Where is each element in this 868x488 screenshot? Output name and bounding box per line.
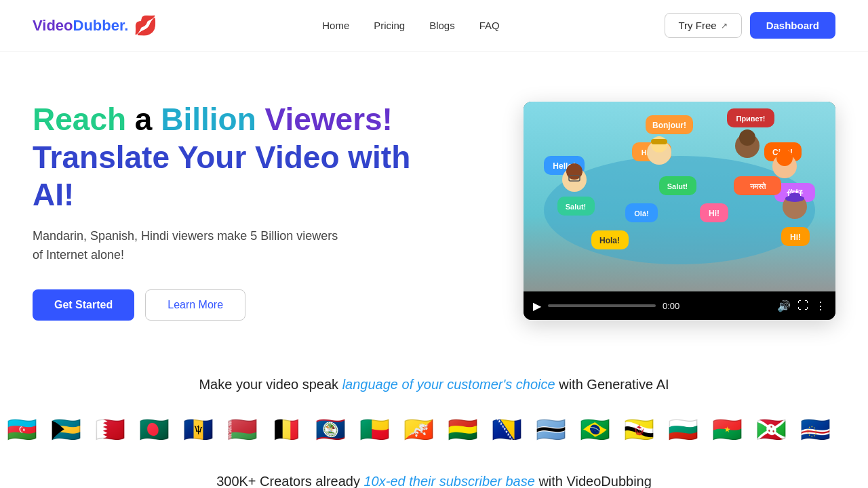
learn-more-button[interactable]: Learn More [145,289,245,321]
hero-title-line2: Translate Your Video with AI! [33,139,439,214]
svg-text:Salut!: Salut! [667,182,688,190]
svg-text:Olá!: Olá! [634,209,648,218]
flag-bd: 🇧🇩 [139,415,170,444]
flag-be: 🇧🇪 [271,415,302,444]
play-button[interactable]: ▶ [533,300,541,312]
hero-title: Reach a Billion Viewers! Translate Your … [33,101,439,214]
flag-br: 🇧🇷 [580,415,610,444]
creators-pre: 300K+ Creators already [216,474,363,488]
get-started-button[interactable]: Get Started [33,289,134,321]
flag-bj: 🇧🇯 [359,415,390,444]
nav-links: Home Pricing Blogs FAQ [322,20,499,31]
hero-billion: Billion [161,102,256,137]
flags-row: 🇦🇿 🇧🇸 🇧🇭 🇧🇩 🇧🇧 🇧🇾 🇧🇪 🇧🇿 🇧🇯 🇧🇹 🇧🇴 🇧🇦 🇧🇼 🇧… [0,399,868,460]
hero-buttons: Get Started Learn More [33,289,439,321]
svg-text:Hola!: Hola! [599,236,620,245]
hero-subtitle: Mandarin, Spanish, Hindi viewers make 5 … [33,227,439,265]
svg-point-36 [776,150,793,166]
subtitle-post: with Generative AI [555,377,669,392]
flag-cv: 🇨🇻 [800,415,831,444]
progress-bar[interactable] [548,304,656,307]
svg-text:Привет!: Привет! [736,115,765,123]
nav-item-blogs[interactable]: Blogs [429,20,455,31]
dashboard-button[interactable]: Dashboard [750,12,835,39]
svg-text:नमस्ते: नमस्ते [749,182,766,190]
nav-item-pricing[interactable]: Pricing [374,20,405,31]
hero-video: Bonjour! Привет! Hello! Ciao! 你好 Salut! … [524,102,835,320]
flag-bh: 🇧🇭 [95,415,125,444]
logo: VideoDubber. 💋 [33,14,157,37]
video-overlay: Bonjour! Привет! Hello! Ciao! 你好 Salut! … [524,102,835,291]
flag-bt: 🇧🇹 [403,415,434,444]
flag-bz: 🇧🇿 [315,415,346,444]
more-options-button[interactable]: ⋮ [815,300,826,312]
nav-item-home[interactable]: Home [322,20,349,31]
video-controls: ▶ 0:00 🔊 ⛶ ⋮ [524,291,835,320]
nav-actions: Try Free ↗ Dashboard [665,12,835,39]
try-free-button[interactable]: Try Free ↗ [665,13,742,38]
flag-by: 🇧🇾 [227,415,258,444]
hero-title-line1: Reach a Billion Viewers! [33,101,439,138]
subtitle-highlight: language of your customer's choice [342,377,555,392]
flag-bf: 🇧🇫 [712,415,743,444]
svg-point-31 [739,129,755,146]
flag-az: 🇦🇿 [7,415,37,444]
video-thumbnail: Bonjour! Привет! Hello! Ciao! 你好 Salut! … [524,102,835,291]
svg-rect-39 [789,193,800,201]
svg-rect-29 [651,139,667,144]
svg-text:Salut!: Salut! [566,203,587,211]
svg-text:Hi!: Hi! [790,232,801,242]
subtitle-pre: Make your video speak [199,377,342,392]
fullscreen-button[interactable]: ⛶ [797,300,808,312]
flag-bw: 🇧🇼 [536,415,566,444]
nav-item-faq[interactable]: FAQ [479,20,500,31]
flag-bo: 🇧🇴 [448,415,478,444]
external-link-icon: ↗ [721,21,728,30]
mute-button[interactable]: 🔊 [777,300,791,312]
hero-section: Reach a Billion Viewers! Translate Your … [0,52,868,357]
video-time: 0:00 [663,301,770,311]
logo-dubber-part: Dubber [73,17,125,34]
logo-lips-icon: 💋 [134,14,157,37]
flag-bi: 🇧🇮 [756,415,787,444]
logo-dot: . [124,17,128,34]
creators-highlight: 10x-ed their subscriber base [364,474,535,488]
hero-viewers: Viewers! [265,102,393,137]
logo-video-part: Video [33,17,73,34]
subtitle-strip: Make your video speak language of your c… [0,357,868,399]
flag-bb: 🇧🇧 [183,415,214,444]
flag-bs: 🇧🇸 [51,415,81,444]
hero-reach: Reach [33,102,126,137]
creators-strip: 300K+ Creators already 10x-ed their subs… [0,460,868,488]
flag-bn: 🇧🇳 [624,415,654,444]
flag-ba: 🇧🇦 [492,415,522,444]
logo-text: VideoDubber. [33,17,128,35]
svg-text:Bonjour!: Bonjour! [652,121,686,130]
flag-bg: 🇧🇬 [668,415,698,444]
creators-post: with VideoDubbing [535,474,652,488]
hero-content: Reach a Billion Viewers! Translate Your … [33,101,439,320]
navbar: VideoDubber. 💋 Home Pricing Blogs FAQ Tr… [0,0,868,52]
svg-text:Hi!: Hi! [709,209,719,218]
